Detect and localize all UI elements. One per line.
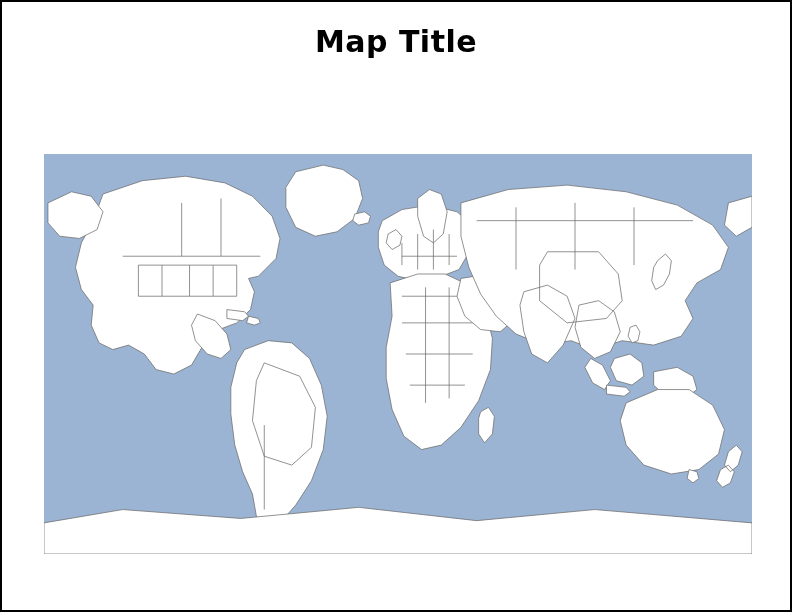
region-antarctica (44, 507, 752, 554)
page-title: Map Title (2, 24, 790, 59)
country-hispaniola (247, 316, 261, 325)
country-australia (620, 390, 724, 474)
land-layer (44, 154, 752, 554)
region-north-america (75, 176, 280, 374)
country-greenland (286, 165, 363, 236)
world-map (44, 154, 752, 554)
country-borneo (610, 354, 643, 385)
document-page: Map Title (0, 0, 792, 612)
region-chukotka (724, 196, 752, 236)
country-new-zealand (717, 445, 743, 487)
country-india (520, 285, 575, 363)
country-tasmania (687, 470, 699, 483)
country-madagascar (479, 407, 495, 443)
country-iceland (353, 212, 371, 225)
country-java (606, 385, 630, 396)
